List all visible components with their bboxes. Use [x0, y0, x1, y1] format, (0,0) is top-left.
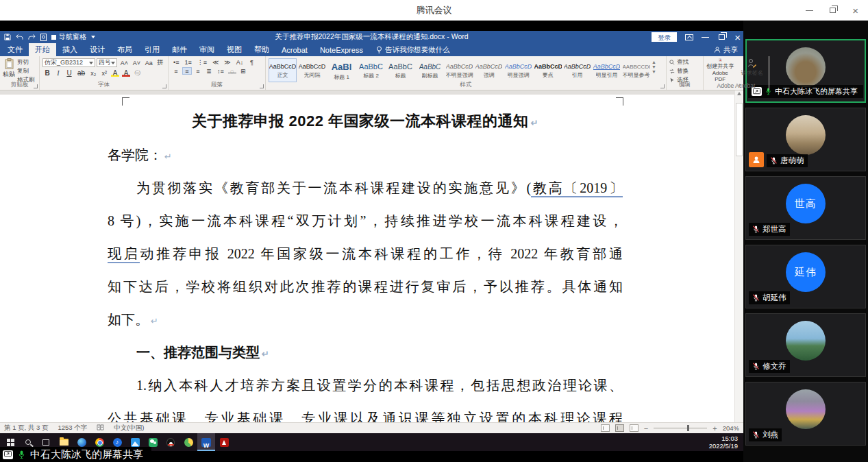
word-count[interactable]: 1253 个字	[58, 424, 87, 433]
share-button[interactable]: 共享	[714, 43, 738, 56]
tab-acrobat[interactable]: Acrobat	[275, 43, 314, 56]
font-name-combobox[interactable]: 仿宋_GB2312	[42, 58, 95, 67]
strikethrough-button[interactable]: ab	[75, 69, 87, 77]
font-dialog-launcher[interactable]	[162, 84, 166, 88]
word-close-icon[interactable]: ×	[734, 32, 741, 42]
style-card[interactable]: AaBl标题 1	[327, 58, 356, 82]
tab-insert[interactable]: 插入	[56, 43, 84, 56]
gallery-down-icon[interactable]: ▼	[652, 64, 656, 69]
underline-button[interactable]: U	[64, 69, 74, 77]
collapse-ribbon-icon[interactable]: ˄	[738, 82, 741, 88]
taskbar-clock[interactable]: 15:03 2022/5/19	[709, 435, 743, 450]
align-center-icon[interactable]: ≡	[182, 67, 192, 75]
tab-file[interactable]: 文件	[1, 43, 29, 56]
style-card[interactable]: AaBbCcD引用	[563, 58, 591, 82]
tab-layout[interactable]: 布局	[111, 43, 138, 56]
style-card[interactable]: AABBCCDI不明显参考	[622, 58, 650, 82]
subscript-button[interactable]: x₂	[88, 69, 98, 77]
copy-button[interactable]: 复制	[17, 67, 35, 75]
tell-me-box[interactable]: 告诉我你想要做什么	[369, 43, 457, 56]
tab-references[interactable]: 引用	[138, 43, 166, 56]
participant-tile[interactable]: 唐萌萌	[745, 108, 866, 171]
proofing-icon[interactable]	[97, 424, 104, 432]
print-preview-icon[interactable]	[40, 34, 47, 41]
find-button[interactable]: 查找	[669, 58, 700, 66]
read-mode-icon[interactable]	[601, 424, 610, 432]
scrollbar-thumb[interactable]	[736, 103, 743, 156]
italic-button[interactable]: I	[53, 69, 63, 77]
sort-icon[interactable]: A↓	[234, 58, 246, 66]
shading-icon[interactable]: ◌	[227, 67, 237, 75]
participant-tile[interactable]: 世高 郑世高	[745, 176, 866, 240]
increase-indent-icon[interactable]: ≫	[222, 58, 232, 66]
styles-dialog-launcher[interactable]	[660, 84, 665, 88]
style-card[interactable]: AaBbCcD正文	[269, 58, 297, 82]
participant-tile[interactable]: 修文乔	[745, 313, 866, 377]
style-card[interactable]: AaBbC标题 2	[357, 58, 385, 82]
shrink-font-button[interactable]: A˅	[131, 59, 142, 66]
page-indicator[interactable]: 第 1 页, 共 3 页	[4, 424, 48, 433]
numbering-icon[interactable]: 1≡	[182, 58, 193, 66]
tab-help[interactable]: 帮助	[248, 43, 275, 56]
print-layout-icon[interactable]	[615, 424, 624, 432]
bullets-icon[interactable]: •≡	[171, 58, 181, 66]
restore-icon[interactable]	[830, 8, 836, 13]
borders-icon[interactable]: ⊞	[238, 67, 248, 75]
participant-tile[interactable]: 刘燕	[745, 382, 866, 446]
style-card[interactable]: AaBbC标题	[386, 58, 414, 82]
web-layout-icon[interactable]	[630, 424, 638, 432]
tab-design[interactable]: 设计	[84, 43, 111, 56]
line-spacing-icon[interactable]: ↕≡	[215, 67, 226, 75]
qat-dropdown-icon[interactable]	[91, 36, 95, 38]
replace-button[interactable]: 替换	[669, 67, 700, 75]
zoom-in-icon[interactable]: +	[712, 424, 717, 433]
gallery-up-icon[interactable]: ▲	[652, 60, 656, 64]
tab-review[interactable]: 审阅	[193, 43, 221, 56]
undo-icon[interactable]	[16, 34, 23, 40]
zoom-slider-thumb[interactable]	[687, 425, 689, 431]
browser-button[interactable]	[179, 433, 197, 451]
grow-font-button[interactable]: A˄	[119, 59, 129, 66]
phonetic-guide-button[interactable]: 拼	[156, 59, 165, 66]
zoom-level[interactable]: 204%	[723, 424, 739, 432]
acrobat-taskbar-button[interactable]	[215, 433, 233, 451]
redo-icon[interactable]	[28, 34, 36, 40]
change-case-button[interactable]: Aa	[143, 59, 154, 66]
style-card[interactable]: AaBbCcD不明显强调	[445, 58, 473, 82]
vertical-scrollbar[interactable]	[734, 90, 743, 422]
paste-button[interactable]: 粘贴	[3, 58, 15, 82]
style-card[interactable]: AaBbCcD要点	[534, 58, 562, 82]
tab-noteexpress[interactable]: NoteExpress	[314, 43, 369, 56]
style-card[interactable]: AaBbC副标题	[416, 58, 444, 82]
cut-button[interactable]: 剪切	[17, 58, 35, 66]
enclose-characters-button[interactable]: ㊀	[132, 69, 142, 77]
style-card[interactable]: AaBbCcD强调	[475, 58, 503, 82]
superscript-button[interactable]: x²	[99, 69, 109, 77]
zoom-out-icon[interactable]: −	[644, 424, 648, 433]
request-signature-button[interactable]: 请求签名	[739, 58, 767, 82]
word-restore-icon[interactable]	[719, 34, 725, 40]
minimize-icon[interactable]	[806, 10, 813, 11]
gallery-expand-icon[interactable]: ▼	[652, 69, 656, 74]
font-size-combobox[interactable]: 四号	[97, 58, 118, 67]
paragraph-dialog-launcher[interactable]	[260, 84, 264, 88]
tab-view[interactable]: 视图	[221, 43, 248, 56]
language-indicator[interactable]: 中文(中国)	[114, 424, 144, 433]
align-left-icon[interactable]: ≡	[171, 67, 181, 75]
qq-button[interactable]	[162, 433, 179, 451]
zoom-slider[interactable]	[654, 428, 707, 428]
style-card[interactable]: AaBbCcD明显引用	[593, 58, 621, 82]
justify-icon[interactable]: ≣	[204, 67, 214, 75]
style-card[interactable]: AaBbCcD明显强调	[504, 58, 532, 82]
style-card[interactable]: AaBbCcD无间隔	[298, 58, 326, 82]
tab-home[interactable]: 开始	[29, 43, 56, 56]
align-right-icon[interactable]: ≡	[193, 67, 203, 75]
nav-pane-toggle[interactable]: 导航窗格	[51, 32, 86, 42]
signin-button[interactable]: 登录	[652, 32, 677, 42]
multilevel-list-icon[interactable]: ⋮≡	[195, 58, 209, 66]
participant-tile[interactable]: 延伟 胡延伟	[745, 245, 866, 308]
show-marks-icon[interactable]: ¶	[247, 58, 256, 66]
scroll-up-icon[interactable]	[737, 92, 741, 95]
word-minimize-icon[interactable]	[702, 37, 709, 38]
tab-mailings[interactable]: 邮件	[166, 43, 193, 56]
